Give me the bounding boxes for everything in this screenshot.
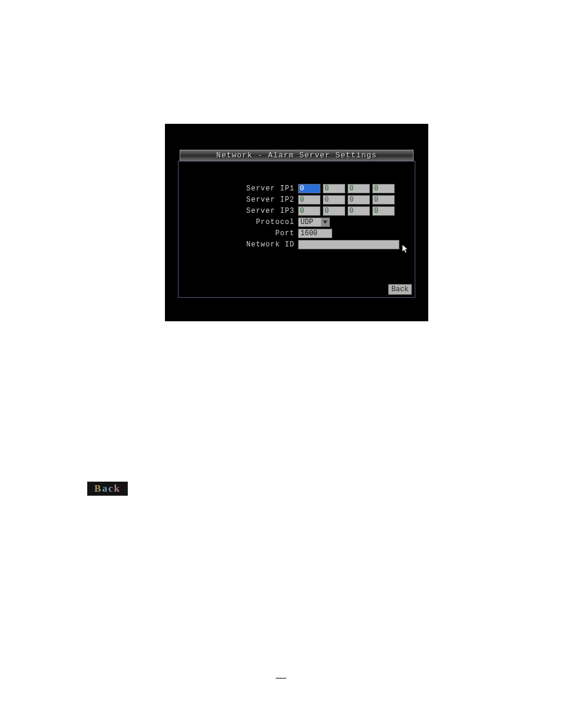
network-id-input[interactable] [298, 240, 399, 249]
label-protocol: Protocol [178, 218, 298, 226]
ip2-group: 0 0 0 0 [298, 195, 395, 205]
ip3-group: 0 0 0 0 [298, 206, 395, 216]
row-network-id: Network ID [178, 239, 415, 250]
page-marker-dash [276, 678, 286, 678]
port-input[interactable]: 1600 [298, 229, 332, 238]
ip3-octet-3[interactable]: 0 [348, 206, 370, 216]
row-server-ip1: Server IP1 0 0 0 0 [178, 183, 415, 194]
dialog-title: Network - Alarm Server Settings [180, 150, 414, 162]
label-server-ip1: Server IP1 [178, 185, 298, 193]
ip2-octet-1[interactable]: 0 [298, 195, 320, 205]
ip2-octet-4[interactable]: 0 [372, 195, 395, 205]
ip2-octet-2[interactable]: 0 [323, 195, 345, 205]
ip3-octet-1[interactable]: 0 [298, 206, 320, 216]
ip1-group: 0 0 0 0 [298, 184, 395, 193]
dropdown-arrow-icon [321, 218, 329, 226]
row-port: Port 1600 [178, 228, 415, 239]
ip1-octet-2[interactable]: 0 [323, 184, 345, 193]
settings-form: Server IP1 0 0 0 0 Server IP2 0 0 0 0 [178, 183, 415, 250]
ip2-octet-3[interactable]: 0 [348, 195, 370, 205]
ip1-octet-3[interactable]: 0 [348, 184, 370, 193]
ip1-octet-4[interactable]: 0 [372, 184, 395, 193]
protocol-value: UDP [299, 218, 321, 226]
ip3-octet-4[interactable]: 0 [372, 206, 395, 216]
label-network-id: Network ID [178, 241, 298, 249]
svg-marker-0 [323, 220, 328, 224]
row-server-ip3: Server IP3 0 0 0 0 [178, 205, 415, 216]
ip1-octet-1[interactable]: 0 [298, 184, 320, 193]
back-button[interactable]: Back [388, 284, 412, 295]
back-button-graphic[interactable]: Back [87, 482, 128, 496]
row-protocol: Protocol UDP [178, 216, 415, 228]
protocol-select[interactable]: UDP [298, 218, 330, 227]
row-server-ip2: Server IP2 0 0 0 0 [178, 194, 415, 205]
document-page: Network - Alarm Server Settings Server I… [0, 0, 562, 728]
back-button-graphic-label: Back [94, 483, 121, 495]
label-server-ip3: Server IP3 [178, 207, 298, 215]
label-server-ip2: Server IP2 [178, 196, 298, 204]
alarm-server-settings-dialog: Network - Alarm Server Settings Server I… [165, 124, 428, 321]
label-port: Port [178, 229, 298, 238]
ip3-octet-2[interactable]: 0 [323, 206, 345, 216]
